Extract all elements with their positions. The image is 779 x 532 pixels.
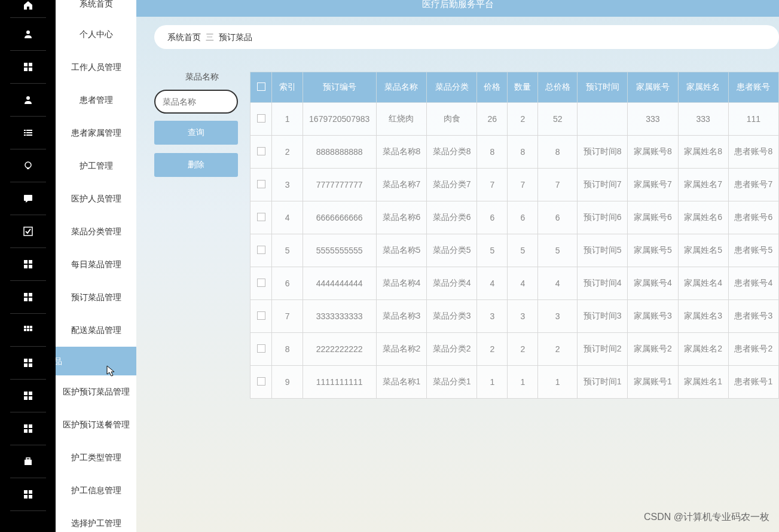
cell-cat: 菜品分类2: [427, 333, 477, 366]
row-checkbox[interactable]: [257, 147, 265, 155]
svg-rect-3: [24, 68, 28, 71]
svg-rect-33: [29, 363, 32, 367]
column-header: 家属姓名: [678, 72, 728, 103]
svg-rect-26: [30, 326, 32, 328]
row-checkbox[interactable]: [257, 377, 265, 386]
cell-total: 7: [538, 169, 578, 201]
nav-icon-grid[interactable]: [10, 412, 46, 445]
cell-price: 1: [477, 366, 508, 399]
data-table: 索引预订编号菜品名称菜品分类价格数量总价格预订时间家属账号家属姓名患者账号 11…: [250, 72, 779, 399]
svg-rect-4: [29, 68, 32, 71]
cell-qty: 3: [508, 300, 538, 333]
select-all-checkbox[interactable]: [257, 82, 265, 91]
cell-cat: 菜品分类1: [427, 366, 477, 399]
menu-item[interactable]: 工作人员管理: [56, 51, 136, 84]
cell-name: 菜品名称6: [376, 201, 426, 234]
row-checkbox[interactable]: [257, 279, 265, 287]
nav-icon-bulb[interactable]: [10, 149, 46, 182]
svg-rect-6: [24, 130, 26, 131]
cell-total: 4: [538, 267, 578, 300]
nav-icon-check[interactable]: [10, 215, 46, 248]
dish-name-input[interactable]: [154, 90, 238, 114]
cell-price: 3: [477, 300, 508, 333]
row-checkbox[interactable]: [257, 246, 265, 254]
menu-item[interactable]: 患者管理: [56, 84, 136, 117]
svg-rect-29: [30, 329, 32, 331]
cell-time: 预订时间7: [578, 169, 628, 201]
cell-total: 6: [538, 201, 578, 234]
cell-time: 预订时间2: [578, 333, 628, 366]
svg-rect-42: [25, 460, 32, 465]
cell-fname: 家属姓名7: [678, 169, 728, 201]
menu-item[interactable]: 每日菜品管理: [56, 248, 136, 281]
menu-item[interactable]: 预订菜品管理: [56, 281, 136, 314]
cell-cat: 菜品分类3: [427, 300, 477, 333]
search-button[interactable]: 查询: [154, 121, 238, 145]
row-checkbox[interactable]: [257, 114, 265, 123]
cell-pacc: 患者账号8: [728, 136, 778, 169]
menu-item[interactable]: 系统首页: [56, 0, 136, 18]
table-row: 55555555555菜品名称5菜品分类5555预订时间5家属账号5家属姓名5患…: [250, 234, 779, 267]
nav-icon-case[interactable]: [10, 445, 46, 478]
svg-point-12: [25, 162, 31, 168]
menu-item[interactable]: 个人中心: [56, 18, 136, 51]
breadcrumb-home[interactable]: 系统首页: [167, 32, 201, 42]
breadcrumb: 系统首页 三 预订菜品: [154, 25, 779, 49]
nav-icon-chat[interactable]: [10, 182, 46, 215]
nav-icon-grid[interactable]: [10, 478, 46, 511]
menu-item[interactable]: 医护预订送餐管理: [56, 408, 136, 441]
row-checkbox[interactable]: [257, 344, 265, 353]
menu-item[interactable]: 选择护工管理: [56, 507, 136, 532]
row-checkbox[interactable]: [257, 311, 265, 320]
nav-icon-grid[interactable]: [10, 347, 46, 380]
nav-icon-grid2[interactable]: [10, 314, 46, 347]
nav-icon-grid[interactable]: [10, 281, 46, 314]
cell-facc: 家属账号6: [628, 201, 678, 234]
cell-time: 预订时间1: [578, 366, 628, 399]
row-checkbox[interactable]: [257, 180, 265, 188]
menu-item[interactable]: 护工管理: [56, 149, 136, 182]
cell-idx: 6: [272, 267, 303, 300]
cell-total: 1: [538, 366, 578, 399]
cell-no: 4444444444: [303, 267, 376, 300]
nav-icon-grid[interactable]: [10, 380, 46, 412]
row-checkbox[interactable]: [257, 213, 265, 221]
menu-item[interactable]: 护工信息管理: [56, 474, 136, 507]
cell-facc: 家属账号2: [628, 333, 678, 366]
menu-item[interactable]: 菜品分类管理: [56, 215, 136, 248]
svg-rect-32: [24, 363, 28, 367]
cell-price: 8: [477, 136, 508, 169]
nav-icon-home[interactable]: [10, 0, 46, 18]
cell-total: 8: [538, 136, 578, 169]
cell-total: 3: [538, 300, 578, 333]
svg-rect-45: [29, 490, 32, 494]
cell-fname: 家属姓名2: [678, 333, 728, 366]
cell-facc: 家属账号5: [628, 234, 678, 267]
cell-facc: 家属账号1: [628, 366, 678, 399]
nav-icon-grid[interactable]: [10, 248, 46, 281]
cell-idx: 1: [272, 103, 303, 136]
svg-rect-30: [24, 359, 28, 362]
cell-no: 3333333333: [303, 300, 376, 333]
cell-price: 7: [477, 169, 508, 201]
submenu-item-active[interactable]: 配送菜品: [56, 347, 136, 375]
menu-item[interactable]: 护工类型管理: [56, 441, 136, 474]
menu-item[interactable]: 患者家属管理: [56, 117, 136, 149]
cell-no: 8888888888: [303, 136, 376, 169]
cell-time: [578, 103, 628, 136]
cell-cat: 菜品分类5: [427, 234, 477, 267]
nav-icon-grid[interactable]: [10, 51, 46, 84]
cell-facc: 333: [628, 103, 678, 136]
nav-icon-user[interactable]: [10, 84, 46, 117]
cell-cat: 菜品分类6: [427, 201, 477, 234]
menu-item[interactable]: 医护人员管理: [56, 182, 136, 215]
menu-item[interactable]: 医护预订菜品管理: [56, 375, 136, 408]
nav-icon-list[interactable]: [10, 117, 46, 149]
svg-rect-16: [24, 260, 28, 264]
delete-button[interactable]: 删除: [154, 153, 238, 177]
menu-item[interactable]: 配送菜品管理: [56, 314, 136, 347]
cell-time: 预订时间5: [578, 234, 628, 267]
cell-qty: 7: [508, 169, 538, 201]
nav-icon-user[interactable]: [10, 18, 46, 51]
svg-rect-39: [29, 424, 32, 428]
